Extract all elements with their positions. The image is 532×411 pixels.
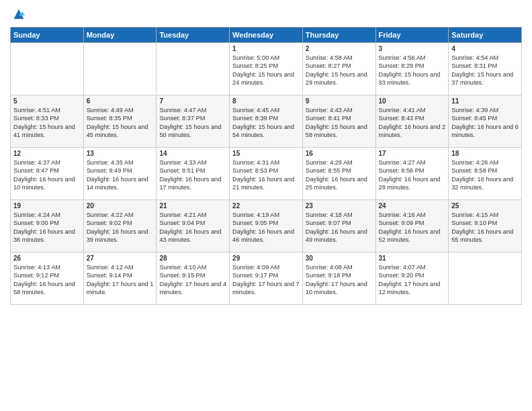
weekday-header-wednesday: Wednesday bbox=[230, 28, 303, 43]
sunrise-text: Sunrise: 4:51 AM bbox=[13, 107, 60, 113]
calendar-page: SundayMondayTuesdayWednesdayThursdayFrid… bbox=[0, 0, 532, 411]
calendar-table: SundayMondayTuesdayWednesdayThursdayFrid… bbox=[10, 27, 522, 305]
daylight-text: Daylight: 16 hours and 58 minutes. bbox=[13, 281, 75, 295]
sunset-text: Sunset: 8:31 PM bbox=[451, 62, 497, 69]
cell-content: Sunrise: 4:22 AMSunset: 9:02 PMDaylight:… bbox=[87, 211, 154, 244]
week-row-5: 26Sunrise: 4:13 AMSunset: 9:12 PMDayligh… bbox=[11, 253, 522, 305]
daylight-text: Daylight: 16 hours and 36 minutes. bbox=[13, 228, 75, 243]
daylight-text: Daylight: 15 hours and 54 minutes. bbox=[232, 124, 294, 138]
calendar-cell: 25Sunrise: 4:15 AMSunset: 9:10 PMDayligh… bbox=[449, 200, 522, 253]
calendar-cell: 13Sunrise: 4:35 AMSunset: 8:49 PMDayligh… bbox=[83, 148, 157, 200]
calendar-cell: 31Sunrise: 4:07 AMSunset: 9:20 PMDayligh… bbox=[375, 253, 449, 305]
calendar-cell: 3Sunrise: 4:56 AMSunset: 8:29 PMDaylight… bbox=[375, 43, 449, 95]
sunrise-text: Sunrise: 4:26 AM bbox=[451, 159, 498, 166]
cell-content: Sunrise: 4:18 AMSunset: 9:07 PMDaylight:… bbox=[306, 211, 373, 244]
daylight-text: Daylight: 16 hours and 32 minutes. bbox=[451, 176, 513, 191]
daylight-text: Daylight: 17 hours and 10 minutes. bbox=[306, 281, 367, 295]
sunset-text: Sunset: 8:41 PM bbox=[306, 115, 351, 122]
sunset-text: Sunset: 8:47 PM bbox=[13, 167, 59, 174]
sunrise-text: Sunrise: 4:35 AM bbox=[87, 159, 134, 166]
calendar-cell: 10Sunrise: 4:41 AMSunset: 8:43 PMDayligh… bbox=[375, 95, 449, 148]
cell-content: Sunrise: 4:24 AMSunset: 9:00 PMDaylight:… bbox=[13, 211, 81, 244]
day-number: 1 bbox=[232, 45, 300, 52]
calendar-cell: 21Sunrise: 4:21 AMSunset: 9:04 PMDayligh… bbox=[157, 200, 230, 253]
day-number: 2 bbox=[306, 45, 373, 52]
day-number: 26 bbox=[13, 255, 81, 262]
sunrise-text: Sunrise: 4:10 AM bbox=[159, 264, 206, 271]
sunset-text: Sunset: 9:05 PM bbox=[232, 220, 278, 226]
day-number: 25 bbox=[451, 202, 519, 210]
cell-content: Sunrise: 4:12 AMSunset: 9:14 PMDaylight:… bbox=[87, 263, 154, 297]
sunrise-text: Sunrise: 4:07 AM bbox=[379, 264, 426, 271]
cell-content: Sunrise: 4:49 AMSunset: 8:35 PMDaylight:… bbox=[87, 106, 154, 140]
sunset-text: Sunset: 8:43 PM bbox=[379, 115, 425, 122]
daylight-text: Daylight: 16 hours and 25 minutes. bbox=[306, 176, 367, 191]
cell-content: Sunrise: 4:33 AMSunset: 8:51 PMDaylight:… bbox=[159, 158, 226, 192]
day-number: 22 bbox=[232, 202, 300, 210]
sunset-text: Sunset: 9:10 PM bbox=[451, 220, 497, 226]
day-number: 9 bbox=[306, 97, 373, 105]
calendar-cell bbox=[157, 43, 230, 95]
sunset-text: Sunset: 8:25 PM bbox=[232, 62, 278, 69]
daylight-text: Daylight: 17 hours and 7 minutes. bbox=[232, 281, 300, 295]
cell-content: Sunrise: 4:45 AMSunset: 8:39 PMDaylight:… bbox=[232, 106, 300, 140]
sunrise-text: Sunrise: 5:00 AM bbox=[232, 54, 279, 61]
sunrise-text: Sunrise: 4:39 AM bbox=[451, 107, 498, 113]
sunset-text: Sunset: 8:39 PM bbox=[232, 115, 278, 122]
calendar-cell: 27Sunrise: 4:12 AMSunset: 9:14 PMDayligh… bbox=[83, 253, 157, 305]
sunrise-text: Sunrise: 4:29 AM bbox=[306, 159, 353, 166]
sunrise-text: Sunrise: 4:56 AM bbox=[379, 54, 426, 61]
sunrise-text: Sunrise: 4:33 AM bbox=[159, 159, 206, 166]
cell-content: Sunrise: 4:47 AMSunset: 8:37 PMDaylight:… bbox=[159, 106, 226, 140]
weekday-header-tuesday: Tuesday bbox=[157, 28, 230, 43]
cell-content: Sunrise: 4:08 AMSunset: 9:18 PMDaylight:… bbox=[306, 263, 373, 297]
calendar-cell: 26Sunrise: 4:13 AMSunset: 9:12 PMDayligh… bbox=[11, 253, 84, 305]
sunset-text: Sunset: 9:02 PM bbox=[87, 220, 132, 226]
calendar-cell: 22Sunrise: 4:19 AMSunset: 9:05 PMDayligh… bbox=[230, 200, 303, 253]
calendar-cell bbox=[83, 43, 157, 95]
day-number: 10 bbox=[379, 97, 446, 105]
daylight-text: Daylight: 15 hours and 58 minutes. bbox=[306, 124, 367, 138]
daylight-text: Daylight: 16 hours and 28 minutes. bbox=[379, 176, 441, 191]
daylight-text: Daylight: 15 hours and 29 minutes. bbox=[306, 71, 367, 86]
sunrise-text: Sunrise: 4:18 AM bbox=[306, 212, 353, 218]
daylight-text: Daylight: 16 hours and 10 minutes. bbox=[13, 176, 75, 191]
calendar-cell: 7Sunrise: 4:47 AMSunset: 8:37 PMDaylight… bbox=[157, 95, 230, 148]
day-number: 15 bbox=[232, 150, 300, 157]
daylight-text: Daylight: 16 hours and 49 minutes. bbox=[306, 228, 367, 243]
daylight-text: Daylight: 15 hours and 37 minutes. bbox=[451, 71, 513, 86]
cell-content: Sunrise: 4:15 AMSunset: 9:10 PMDaylight:… bbox=[451, 211, 519, 244]
daylight-text: Daylight: 15 hours and 45 minutes. bbox=[87, 124, 148, 138]
day-number: 17 bbox=[379, 150, 446, 157]
sunset-text: Sunset: 8:49 PM bbox=[87, 167, 132, 174]
weekday-header-friday: Friday bbox=[375, 28, 449, 43]
sunset-text: Sunset: 9:20 PM bbox=[379, 272, 425, 279]
sunrise-text: Sunrise: 4:15 AM bbox=[451, 212, 498, 218]
day-number: 6 bbox=[87, 97, 154, 105]
sunset-text: Sunset: 9:18 PM bbox=[306, 272, 351, 279]
sunset-text: Sunset: 8:51 PM bbox=[159, 167, 205, 174]
calendar-cell: 1Sunrise: 5:00 AMSunset: 8:25 PMDaylight… bbox=[230, 43, 303, 95]
cell-content: Sunrise: 4:16 AMSunset: 9:09 PMDaylight:… bbox=[379, 211, 446, 244]
day-number: 13 bbox=[87, 150, 154, 157]
calendar-cell: 29Sunrise: 4:09 AMSunset: 9:17 PMDayligh… bbox=[230, 253, 303, 305]
sunrise-text: Sunrise: 4:12 AM bbox=[87, 264, 134, 271]
day-number: 8 bbox=[232, 97, 300, 105]
calendar-cell: 16Sunrise: 4:29 AMSunset: 8:55 PMDayligh… bbox=[302, 148, 375, 200]
sunrise-text: Sunrise: 4:16 AM bbox=[379, 212, 426, 218]
weekday-header-thursday: Thursday bbox=[302, 28, 375, 43]
daylight-text: Daylight: 17 hours and 12 minutes. bbox=[379, 281, 441, 295]
day-number: 27 bbox=[87, 255, 154, 262]
calendar-cell bbox=[449, 253, 522, 305]
cell-content: Sunrise: 4:31 AMSunset: 8:53 PMDaylight:… bbox=[232, 158, 300, 192]
cell-content: Sunrise: 4:21 AMSunset: 9:04 PMDaylight:… bbox=[159, 211, 226, 244]
header bbox=[10, 7, 522, 21]
sunrise-text: Sunrise: 4:21 AM bbox=[159, 212, 206, 218]
daylight-text: Daylight: 16 hours and 43 minutes. bbox=[159, 228, 221, 243]
daylight-text: Daylight: 16 hours and 6 minutes. bbox=[451, 124, 519, 138]
daylight-text: Daylight: 16 hours and 14 minutes. bbox=[87, 176, 148, 191]
daylight-text: Daylight: 16 hours and 2 minutes. bbox=[379, 124, 446, 138]
calendar-cell: 9Sunrise: 4:43 AMSunset: 8:41 PMDaylight… bbox=[302, 95, 375, 148]
cell-content: Sunrise: 4:35 AMSunset: 8:49 PMDaylight:… bbox=[87, 158, 154, 192]
sunrise-text: Sunrise: 4:41 AM bbox=[379, 107, 426, 113]
